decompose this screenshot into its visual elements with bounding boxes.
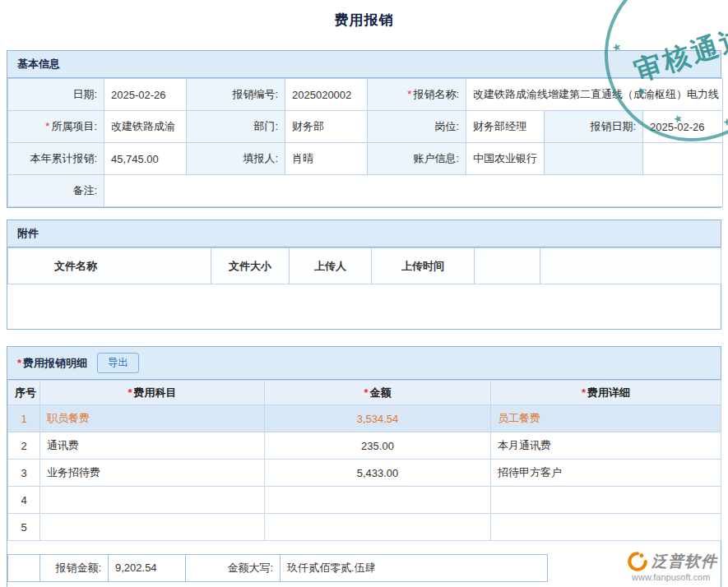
empty-cell	[545, 143, 643, 175]
row-subject	[40, 487, 265, 514]
reimbursement-name-label: *报销名称:	[368, 79, 466, 111]
page-title: 费用报销	[0, 11, 728, 30]
details-header-subject-text: 费用科目	[134, 386, 177, 399]
required-mark: *	[128, 386, 132, 399]
attachments-header-empty	[540, 248, 721, 284]
row-subject: 职员餐费	[40, 405, 265, 432]
footer-empty-cell	[7, 554, 40, 582]
details-header-no: 序号	[8, 381, 40, 405]
row-detail	[491, 514, 721, 541]
details-header-detail: *费用详细	[491, 381, 721, 405]
basic-info-row: 备注:	[8, 175, 723, 207]
basic-info-table: 日期: 2025-02-26 报销编号: 2025020002 *报销名称: 改…	[7, 78, 723, 207]
row-subject	[40, 514, 265, 541]
amount-in-words-label: 金额大写:	[185, 554, 281, 582]
basic-info-row: *所属项目: 改建铁路成渝 部门: 财务部 岗位: 财务部经理 报销日期: 20…	[8, 111, 723, 143]
details-header-row: 序号 *费用科目 *金额 *费用详细	[8, 381, 721, 405]
account-label: 账户信息:	[368, 143, 466, 175]
amount-in-words-value: 玖仟贰佰零贰.伍肆	[280, 554, 548, 582]
row-amount	[265, 514, 491, 541]
details-panel: * 费用报销明细 导出 序号 *费用科目 *金额 *费用详细 1 职员餐费 3,…	[7, 346, 721, 587]
department-value: 财务部	[285, 111, 368, 143]
row-detail: 本月通讯费	[491, 432, 721, 460]
date-label: 日期:	[8, 79, 104, 111]
details-header-amount-text: 金额	[370, 386, 392, 399]
details-section-header: * 费用报销明细 导出	[7, 347, 721, 380]
table-row[interactable]: 5	[8, 514, 721, 541]
attachments-panel: 附件 文件名称 文件大小 上传人 上传时间	[7, 220, 721, 330]
attachments-section-header: 附件	[7, 220, 721, 247]
details-header-detail-text: 费用详细	[587, 386, 630, 399]
table-row[interactable]: 4	[8, 487, 721, 514]
reimbursement-name-label-text: 报销名称:	[413, 88, 459, 100]
fanpu-swoosh-icon	[627, 551, 648, 572]
total-amount-value: 9,202.54	[108, 554, 186, 582]
remark-label: 备注:	[8, 175, 104, 207]
fanpu-logo: 泛普软件 www.fanpusoft.com	[627, 551, 717, 582]
brand-site-url: www.fanpusoft.com	[627, 572, 717, 582]
account-value: 中国农业银行	[466, 143, 545, 175]
row-detail	[491, 487, 721, 514]
row-detail: 招待甲方客户	[491, 460, 721, 487]
row-no: 3	[8, 460, 40, 487]
filler-value: 肖晴	[285, 143, 368, 175]
filler-label: 填报人:	[187, 143, 285, 175]
required-mark: *	[17, 357, 21, 369]
required-mark: *	[364, 386, 368, 399]
project-label-text: 所属项目:	[51, 120, 97, 132]
attachments-header-uploadtime: 上传时间	[372, 248, 475, 284]
row-no: 5	[8, 514, 40, 541]
reimbursement-number-label: 报销编号:	[187, 79, 285, 111]
details-section-title: 费用报销明细	[23, 356, 87, 371]
attachments-empty-area	[7, 284, 721, 329]
basic-info-panel: 基本信息 日期: 2025-02-26 报销编号: 2025020002 *报销…	[7, 50, 721, 208]
attachments-header-uploader: 上传人	[290, 248, 372, 284]
table-row[interactable]: 2 通讯费 235.00 本月通讯费	[8, 432, 721, 460]
row-amount: 3,534.54	[265, 405, 491, 432]
details-header-subject: *费用科目	[40, 381, 265, 405]
row-no: 1	[8, 405, 40, 432]
attachments-header-row: 文件名称 文件大小 上传人 上传时间	[8, 248, 721, 284]
reimbursement-name-value: 改建铁路成渝线增建第二直通线（成渝枢纽）电力线	[466, 79, 723, 111]
basic-info-row: 本年累计报销: 45,745.00 填报人: 肖晴 账户信息: 中国农业银行	[8, 143, 723, 175]
export-button[interactable]: 导出	[97, 353, 139, 373]
basic-info-section-header: 基本信息	[7, 51, 721, 78]
required-mark: *	[582, 386, 586, 399]
date-value: 2025-02-26	[104, 79, 187, 111]
basic-info-row: 日期: 2025-02-26 报销编号: 2025020002 *报销名称: 改…	[8, 79, 723, 111]
row-detail: 员工餐费	[491, 405, 721, 432]
row-no: 4	[8, 487, 40, 514]
yearly-total-label: 本年累计报销:	[8, 143, 104, 175]
total-amount-label: 报销金额:	[39, 554, 109, 582]
empty-cell	[643, 143, 723, 175]
attachments-header-filesize: 文件大小	[211, 248, 290, 284]
yearly-total-value: 45,745.00	[104, 143, 187, 175]
position-value: 财务部经理	[466, 111, 545, 143]
row-amount	[265, 487, 491, 514]
required-mark: *	[407, 88, 411, 100]
attachments-table: 文件名称 文件大小 上传人 上传时间	[7, 247, 721, 284]
row-no: 2	[8, 432, 40, 460]
details-table: 序号 *费用科目 *金额 *费用详细 1 职员餐费 3,534.54 员工餐费 …	[7, 380, 721, 541]
position-label: 岗位:	[368, 111, 466, 143]
details-header-amount: *金额	[265, 381, 491, 405]
row-subject: 业务招待费	[40, 460, 265, 487]
row-subject: 通讯费	[40, 432, 265, 460]
attachments-header-filename: 文件名称	[8, 248, 211, 284]
required-mark: *	[45, 120, 49, 132]
reimbursement-date-label: 报销日期:	[545, 111, 643, 143]
attachments-header-empty	[475, 248, 540, 284]
reimbursement-number-value: 2025020002	[285, 79, 368, 111]
table-row[interactable]: 3 业务招待费 5,433.00 招待甲方客户	[8, 460, 721, 487]
brand-area: 泛普软件 www.fanpusoft.com	[548, 554, 721, 582]
table-row[interactable]: 1 职员餐费 3,534.54 员工餐费	[8, 405, 721, 432]
department-label: 部门:	[187, 111, 285, 143]
row-amount: 5,433.00	[265, 460, 491, 487]
remark-value	[104, 175, 723, 207]
project-label: *所属项目:	[8, 111, 104, 143]
row-amount: 235.00	[265, 432, 491, 460]
project-value: 改建铁路成渝	[104, 111, 187, 143]
brand-name: 泛普软件	[651, 551, 717, 572]
details-footer: 报销金额: 9,202.54 金额大写: 玖仟贰佰零贰.伍肆 泛普软件 www.…	[7, 554, 721, 582]
reimbursement-date-value: 2025-02-26	[643, 111, 723, 143]
